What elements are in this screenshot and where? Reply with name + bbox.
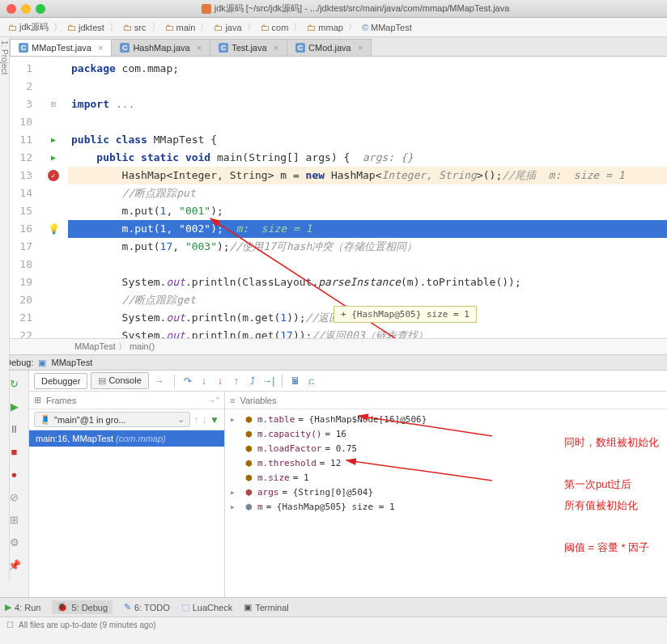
todo-tab[interactable]: ✎6: TODO (124, 602, 170, 612)
force-step-into-icon[interactable]: ↓ (214, 375, 227, 388)
bc-root[interactable]: 🗀jdk源码 (5, 19, 52, 35)
minimize-window[interactable] (21, 4, 31, 14)
console-tab[interactable]: ▤ Console (91, 372, 148, 389)
editor-tabs: CMMapTest.java× CHashMap.java× CTest.jav… (10, 37, 667, 57)
variables-pane: ≡Variables ▸⬢ m.table = {HashMap$Node[16… (225, 392, 667, 597)
project-tool-button[interactable]: 1: Project (0, 37, 10, 354)
debug-tabs: Debugger ▤ Console → ↷ ↓ ↓ ↑ ⤴ →| 🖩 ⎌ (29, 371, 667, 392)
luacheck-tab[interactable]: ⬚LuaCheck (181, 602, 233, 612)
nav-bar[interactable]: MMapTest 〉 main() (10, 338, 667, 354)
code-area[interactable]: package com.mmap;import ...public class … (68, 57, 667, 338)
breadcrumb: 🗀jdk源码〉 🗀jdktest〉 🗀src〉 🗀main〉 🗀java〉 🗀c… (0, 18, 667, 37)
run-tab[interactable]: ▶4: Run (5, 602, 40, 612)
bc-item[interactable]: 🗀mmap (304, 21, 346, 34)
debug-toolwindow-header: Debug: ▣ MMapTest (0, 354, 667, 371)
debug-tooltip: + {HashMap@505} size = 1 (334, 306, 477, 323)
close-icon[interactable]: × (274, 43, 278, 53)
close-icon[interactable]: × (197, 43, 202, 53)
terminal-tab[interactable]: ▣Terminal (244, 602, 289, 612)
bc-item[interactable]: 🗀src (120, 21, 150, 34)
tab-test[interactable]: CTest.java× (210, 39, 287, 56)
maximize-window[interactable] (36, 4, 45, 14)
bottom-tool-tabs: ▶4: Run 🐞5: Debug ✎6: TODO ⬚LuaCheck ▣Te… (0, 597, 667, 616)
drop-frame-icon[interactable]: ⤴ (246, 375, 259, 388)
run-to-cursor-icon[interactable]: →| (262, 375, 275, 388)
bc-file[interactable]: ©MMapTest (359, 21, 415, 34)
debugger-tab[interactable]: Debugger (34, 373, 87, 389)
tab-mmaptest[interactable]: CMMapTest.java× (10, 39, 112, 56)
bc-item[interactable]: 🗀java (210, 21, 244, 34)
bc-item[interactable]: 🗀main (162, 21, 199, 34)
structure-tool-button[interactable] (0, 354, 10, 581)
close-icon[interactable]: × (358, 43, 363, 53)
tab-cmod[interactable]: CCMod.java× (287, 39, 372, 56)
tab-hashmap[interactable]: CHashMap.java× (111, 39, 210, 56)
step-out-icon[interactable]: ↑ (230, 375, 243, 388)
close-window[interactable] (6, 4, 16, 14)
evaluate-icon[interactable]: 🖩 (289, 375, 302, 388)
variable-row[interactable]: ▸⬢ m.table = {HashMap$Node[16]@506} (225, 413, 667, 427)
gutter[interactable]: ⊞▶▶✓💡 (39, 57, 68, 338)
bc-item[interactable]: 🗀jdktest (64, 21, 108, 34)
step-into-icon[interactable]: ↓ (198, 375, 210, 388)
trace-icon[interactable]: ⎌ (305, 375, 318, 388)
step-over-icon[interactable]: ↷ (181, 375, 194, 388)
titlebar: jdk源码 [~/src/jdk源码] - .../jdktest/src/ma… (0, 0, 667, 18)
status-bar: ☐All files are up-to-date (9 minutes ago… (0, 616, 667, 633)
stack-frame[interactable]: main:16, MMapTest (com.mmap) (29, 430, 224, 447)
prev-frame-icon[interactable]: ↑ (193, 414, 198, 426)
window-title: jdk源码 [~/src/jdk源码] - .../jdktest/src/ma… (50, 2, 661, 15)
run-config-name[interactable]: MMapTest (51, 358, 92, 367)
code-editor[interactable]: 12310111213141516171819202122 ⊞▶▶✓💡 pack… (10, 57, 667, 338)
bc-item[interactable]: 🗀com (257, 21, 292, 34)
thread-selector[interactable]: 🧵"main"@1 in gro...⌄ (34, 412, 190, 427)
debug-tab[interactable]: 🐞5: Debug (52, 600, 113, 614)
next-frame-icon[interactable]: ↓ (202, 414, 206, 426)
line-numbers: 12310111213141516171819202122 (10, 57, 39, 338)
filter-icon[interactable]: ▼ (210, 414, 219, 426)
annotation-text: 同时，数组被初始化 第一次put过后所有值被初始化 阈值 = 容量 * 因子 (564, 432, 659, 558)
close-icon[interactable]: × (98, 43, 103, 53)
frames-pane: ⊞Frames→" 🧵"main"@1 in gro...⌄ ↑ ↓ ▼ mai… (29, 392, 225, 597)
